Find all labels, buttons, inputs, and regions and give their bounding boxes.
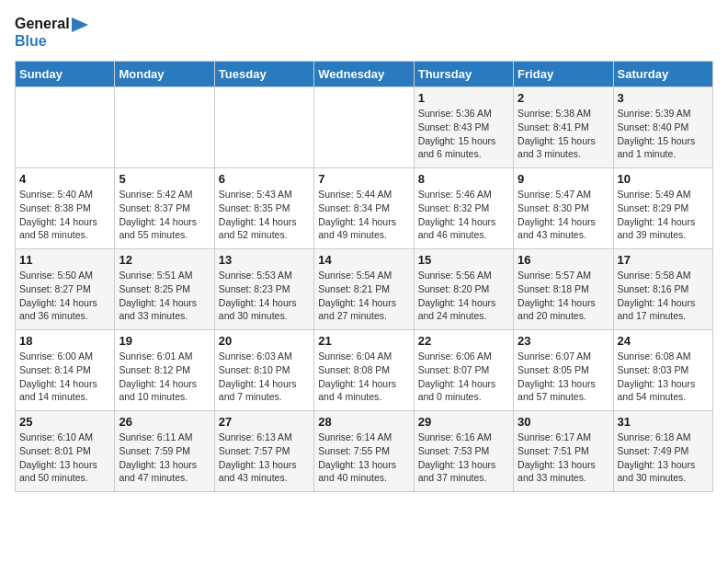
calendar-cell — [314, 87, 414, 168]
calendar-cell — [214, 87, 313, 168]
calendar-cell — [115, 87, 214, 168]
day-number: 19 — [119, 334, 210, 348]
day-info: Sunrise: 6:18 AMSunset: 7:49 PMDaylight:… — [618, 431, 709, 485]
header-day-tuesday: Tuesday — [214, 62, 313, 87]
day-info: Sunrise: 5:46 AMSunset: 8:32 PMDaylight:… — [418, 188, 509, 242]
day-number: 24 — [618, 334, 709, 348]
day-number: 14 — [318, 253, 409, 267]
day-info: Sunrise: 6:16 AMSunset: 7:53 PMDaylight:… — [418, 431, 509, 485]
calendar-cell: 16Sunrise: 5:57 AMSunset: 8:18 PMDayligh… — [514, 249, 613, 330]
day-info: Sunrise: 5:57 AMSunset: 8:18 PMDaylight:… — [518, 269, 609, 323]
day-number: 29 — [418, 415, 509, 429]
calendar-cell — [16, 87, 115, 168]
calendar-cell: 18Sunrise: 6:00 AMSunset: 8:14 PMDayligh… — [16, 330, 115, 411]
header-day-monday: Monday — [115, 62, 214, 87]
day-info: Sunrise: 6:08 AMSunset: 8:03 PMDaylight:… — [618, 350, 709, 404]
day-number: 27 — [219, 415, 310, 429]
day-number: 17 — [618, 253, 709, 267]
calendar-cell: 28Sunrise: 6:14 AMSunset: 7:55 PMDayligh… — [314, 411, 414, 492]
calendar-cell: 6Sunrise: 5:43 AMSunset: 8:35 PMDaylight… — [214, 168, 313, 249]
calendar-cell: 11Sunrise: 5:50 AMSunset: 8:27 PMDayligh… — [16, 249, 115, 330]
day-info: Sunrise: 5:39 AMSunset: 8:40 PMDaylight:… — [618, 107, 709, 161]
calendar-week-3: 11Sunrise: 5:50 AMSunset: 8:27 PMDayligh… — [16, 249, 713, 330]
day-info: Sunrise: 6:03 AMSunset: 8:10 PMDaylight:… — [219, 350, 310, 404]
calendar-cell: 9Sunrise: 5:47 AMSunset: 8:30 PMDaylight… — [514, 168, 613, 249]
day-number: 3 — [618, 91, 709, 105]
day-info: Sunrise: 5:50 AMSunset: 8:27 PMDaylight:… — [19, 269, 110, 323]
day-number: 8 — [418, 172, 509, 186]
calendar-cell: 2Sunrise: 5:38 AMSunset: 8:41 PMDaylight… — [514, 87, 613, 168]
day-info: Sunrise: 6:14 AMSunset: 7:55 PMDaylight:… — [318, 431, 409, 485]
day-number: 9 — [518, 172, 609, 186]
day-number: 23 — [518, 334, 609, 348]
day-number: 31 — [618, 415, 709, 429]
day-number: 15 — [418, 253, 509, 267]
calendar-cell: 10Sunrise: 5:49 AMSunset: 8:29 PMDayligh… — [613, 168, 712, 249]
day-number: 28 — [318, 415, 409, 429]
day-number: 1 — [418, 91, 509, 105]
day-number: 11 — [19, 253, 110, 267]
logo: General Blue — [15, 15, 88, 50]
calendar-cell: 29Sunrise: 6:16 AMSunset: 7:53 PMDayligh… — [414, 411, 513, 492]
day-info: Sunrise: 5:47 AMSunset: 8:30 PMDaylight:… — [518, 188, 609, 242]
calendar-cell: 19Sunrise: 6:01 AMSunset: 8:12 PMDayligh… — [115, 330, 214, 411]
day-info: Sunrise: 5:40 AMSunset: 8:38 PMDaylight:… — [19, 188, 110, 242]
calendar-cell: 5Sunrise: 5:42 AMSunset: 8:37 PMDaylight… — [115, 168, 214, 249]
day-info: Sunrise: 5:54 AMSunset: 8:21 PMDaylight:… — [318, 269, 409, 323]
day-info: Sunrise: 6:10 AMSunset: 8:01 PMDaylight:… — [19, 431, 110, 485]
day-info: Sunrise: 5:36 AMSunset: 8:43 PMDaylight:… — [418, 107, 509, 161]
day-info: Sunrise: 6:06 AMSunset: 8:07 PMDaylight:… — [418, 350, 509, 404]
day-number: 12 — [119, 253, 210, 267]
calendar-week-2: 4Sunrise: 5:40 AMSunset: 8:38 PMDaylight… — [16, 168, 713, 249]
header-day-saturday: Saturday — [613, 62, 712, 87]
day-number: 25 — [19, 415, 110, 429]
day-number: 18 — [19, 334, 110, 348]
day-info: Sunrise: 6:01 AMSunset: 8:12 PMDaylight:… — [119, 350, 210, 404]
day-number: 21 — [318, 334, 409, 348]
calendar-cell: 26Sunrise: 6:11 AMSunset: 7:59 PMDayligh… — [115, 411, 214, 492]
calendar-week-4: 18Sunrise: 6:00 AMSunset: 8:14 PMDayligh… — [16, 330, 713, 411]
calendar-cell: 7Sunrise: 5:44 AMSunset: 8:34 PMDaylight… — [314, 168, 414, 249]
day-info: Sunrise: 6:17 AMSunset: 7:51 PMDaylight:… — [518, 431, 609, 485]
header-day-thursday: Thursday — [414, 62, 513, 87]
day-number: 5 — [119, 172, 210, 186]
calendar-cell: 23Sunrise: 6:07 AMSunset: 8:05 PMDayligh… — [514, 330, 613, 411]
calendar-cell: 15Sunrise: 5:56 AMSunset: 8:20 PMDayligh… — [414, 249, 513, 330]
calendar-cell: 31Sunrise: 6:18 AMSunset: 7:49 PMDayligh… — [613, 411, 712, 492]
day-number: 30 — [518, 415, 609, 429]
day-info: Sunrise: 5:44 AMSunset: 8:34 PMDaylight:… — [318, 188, 409, 242]
day-number: 4 — [19, 172, 110, 186]
header-row: SundayMondayTuesdayWednesdayThursdayFrid… — [16, 62, 713, 87]
svg-marker-0 — [72, 17, 88, 32]
day-number: 26 — [119, 415, 210, 429]
calendar-week-1: 1Sunrise: 5:36 AMSunset: 8:43 PMDaylight… — [16, 87, 713, 168]
calendar-cell: 8Sunrise: 5:46 AMSunset: 8:32 PMDaylight… — [414, 168, 513, 249]
day-info: Sunrise: 5:56 AMSunset: 8:20 PMDaylight:… — [418, 269, 509, 323]
calendar-cell: 4Sunrise: 5:40 AMSunset: 8:38 PMDaylight… — [16, 168, 115, 249]
day-info: Sunrise: 6:11 AMSunset: 7:59 PMDaylight:… — [119, 431, 210, 485]
calendar-table: SundayMondayTuesdayWednesdayThursdayFrid… — [15, 61, 713, 492]
header-day-friday: Friday — [514, 62, 613, 87]
day-number: 6 — [219, 172, 310, 186]
day-info: Sunrise: 5:49 AMSunset: 8:29 PMDaylight:… — [618, 188, 709, 242]
calendar-cell: 22Sunrise: 6:06 AMSunset: 8:07 PMDayligh… — [414, 330, 513, 411]
day-info: Sunrise: 6:13 AMSunset: 7:57 PMDaylight:… — [219, 431, 310, 485]
day-info: Sunrise: 5:43 AMSunset: 8:35 PMDaylight:… — [219, 188, 310, 242]
calendar-cell: 1Sunrise: 5:36 AMSunset: 8:43 PMDaylight… — [414, 87, 513, 168]
calendar-cell: 20Sunrise: 6:03 AMSunset: 8:10 PMDayligh… — [214, 330, 313, 411]
header-day-wednesday: Wednesday — [314, 62, 414, 87]
page-header: General Blue — [15, 15, 713, 50]
calendar-cell: 13Sunrise: 5:53 AMSunset: 8:23 PMDayligh… — [214, 249, 313, 330]
day-number: 13 — [219, 253, 310, 267]
calendar-header: SundayMondayTuesdayWednesdayThursdayFrid… — [16, 62, 713, 87]
day-number: 2 — [518, 91, 609, 105]
day-number: 10 — [618, 172, 709, 186]
day-number: 20 — [219, 334, 310, 348]
calendar-body: 1Sunrise: 5:36 AMSunset: 8:43 PMDaylight… — [16, 87, 713, 492]
calendar-cell: 25Sunrise: 6:10 AMSunset: 8:01 PMDayligh… — [16, 411, 115, 492]
day-info: Sunrise: 5:38 AMSunset: 8:41 PMDaylight:… — [518, 107, 609, 161]
day-info: Sunrise: 5:42 AMSunset: 8:37 PMDaylight:… — [119, 188, 210, 242]
header-day-sunday: Sunday — [16, 62, 115, 87]
calendar-cell: 24Sunrise: 6:08 AMSunset: 8:03 PMDayligh… — [613, 330, 712, 411]
day-info: Sunrise: 5:58 AMSunset: 8:16 PMDaylight:… — [618, 269, 709, 323]
